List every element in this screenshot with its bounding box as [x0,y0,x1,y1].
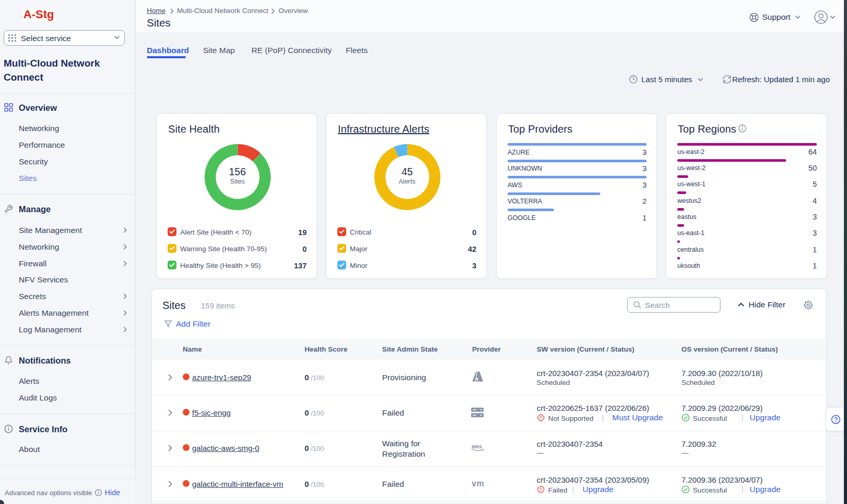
svg-text:aws: aws [472,443,482,449]
